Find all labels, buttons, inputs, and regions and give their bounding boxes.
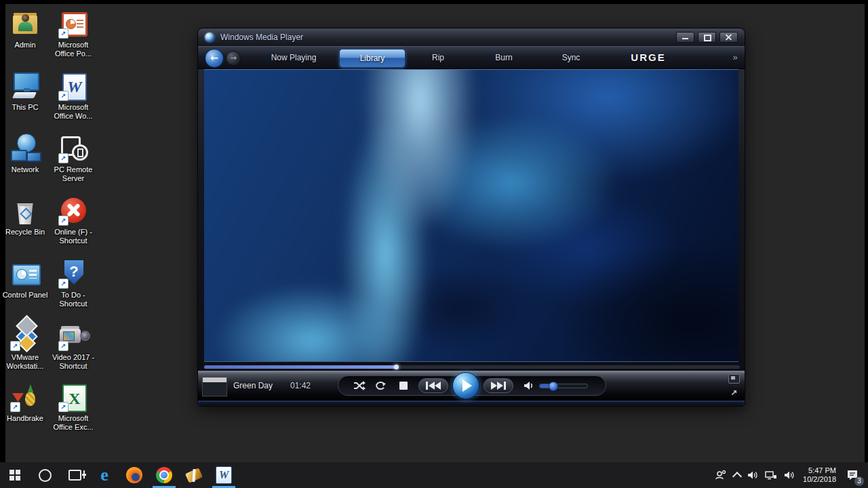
- desktop-icon-label: PC Remote Server: [50, 165, 97, 183]
- speaker-icon: [524, 381, 533, 390]
- shortcut-arrow-badge: [10, 341, 20, 351]
- control-panel-icon: [9, 258, 41, 289]
- desktop-icon-label: Microsoft Office Wo...: [50, 103, 97, 121]
- desktop-icon-admin[interactable]: Admin: [1, 8, 49, 49]
- desktop-icon-powerpoint[interactable]: Microsoft Office Po...: [50, 8, 97, 58]
- desktop-icon-pc-remote-server[interactable]: PC Remote Server: [50, 133, 97, 183]
- volume-mixer-tray-button[interactable]: [781, 462, 798, 488]
- forward-button[interactable]: [226, 51, 241, 66]
- stop-button[interactable]: [399, 382, 408, 390]
- powerpoint-icon: [58, 8, 89, 39]
- taskbar-item-media-app[interactable]: [179, 462, 209, 488]
- screen-edge-top: [0, 0, 868, 4]
- taskbar-item-chrome[interactable]: [149, 462, 179, 488]
- close-button[interactable]: [719, 32, 738, 43]
- previous-icon: [426, 382, 441, 390]
- tab-sync[interactable]: Sync: [549, 46, 593, 69]
- maximize-button[interactable]: [698, 32, 716, 43]
- wmp-logo-icon: [205, 33, 214, 42]
- desktop-icon-network[interactable]: Network: [1, 133, 49, 174]
- camcorder-icon: [58, 321, 89, 352]
- task-view-icon: [68, 470, 81, 481]
- cortana-search-button[interactable]: [30, 462, 60, 488]
- elapsed-time: 01:42: [290, 381, 311, 390]
- pineapple-cocktail-icon: [9, 382, 41, 413]
- next-button[interactable]: [484, 378, 513, 393]
- blue-swirl-visualization: [204, 69, 738, 362]
- desktop-icon-label: To Do - Shortcut: [50, 291, 97, 308]
- desktop-icon-excel[interactable]: Microsoft Office Exc...: [50, 382, 97, 432]
- computer-icon: [9, 70, 41, 102]
- firefox-icon: [126, 467, 142, 483]
- word-icon: [58, 70, 89, 102]
- people-button[interactable]: [711, 462, 730, 488]
- shortcut-arrow-badge: [58, 28, 68, 39]
- volume-icon: [747, 470, 758, 480]
- more-tabs-chevron-icon[interactable]: »: [728, 46, 742, 69]
- mute-button[interactable]: [523, 381, 534, 390]
- network-icon: [765, 470, 777, 480]
- start-button[interactable]: [0, 462, 30, 488]
- shortcut-arrow-badge: [58, 153, 68, 163]
- desktop-icon-label: Handbrake: [1, 414, 49, 423]
- volume-slider[interactable]: [539, 384, 588, 388]
- gold-lens-icon: [185, 468, 203, 483]
- back-button[interactable]: [205, 49, 224, 68]
- shield-question-icon: [58, 258, 89, 289]
- visualization-pane: [204, 69, 738, 362]
- desktop-icon-word[interactable]: Microsoft Office Wo...: [50, 70, 97, 121]
- tab-rip[interactable]: Rip: [416, 46, 460, 69]
- desktop-icon-control-panel[interactable]: Control Panel: [1, 258, 49, 300]
- desktop-icon-recycle-bin[interactable]: Recycle Bin: [1, 195, 49, 237]
- taskbar-item-word[interactable]: [209, 462, 239, 488]
- minimize-button[interactable]: [676, 32, 694, 43]
- edge-icon: e: [100, 466, 108, 484]
- desktop-icon-label: Microsoft Office Exc...: [50, 414, 97, 432]
- shuffle-button[interactable]: [353, 381, 366, 390]
- action-center-button[interactable]: 3: [841, 462, 864, 488]
- window-title: Windows Media Player: [220, 33, 303, 42]
- people-icon: [715, 470, 727, 481]
- shortcut-arrow-badge: [58, 216, 68, 226]
- taskbar-item-firefox[interactable]: [119, 462, 149, 488]
- cortana-circle-icon: [39, 469, 52, 482]
- album-art: [202, 377, 227, 396]
- desktop-icon-video-2017[interactable]: Video 2017 - Shortcut: [50, 321, 97, 371]
- wmp-title-bar[interactable]: Windows Media Player: [198, 28, 745, 46]
- user-folder-icon: [9, 8, 41, 39]
- taskbar-item-edge[interactable]: e: [90, 462, 119, 488]
- excel-icon: [58, 382, 89, 413]
- switch-to-compact-button[interactable]: [729, 388, 738, 398]
- hidden-icons-button[interactable]: [730, 462, 744, 488]
- repeat-icon: [375, 381, 386, 390]
- desktop-icon-label: This PC: [1, 103, 49, 112]
- play-button[interactable]: [452, 372, 479, 399]
- volume-tray-button[interactable]: [744, 462, 762, 488]
- shuffle-icon: [353, 381, 366, 390]
- shortcut-arrow-badge: [58, 402, 68, 412]
- system-tray: 5:47 PM 10/2/2018 3: [711, 462, 868, 488]
- clock[interactable]: 5:47 PM 10/2/2018: [798, 462, 841, 488]
- network-tray-button[interactable]: [762, 462, 781, 488]
- track-artist: Green Day: [233, 381, 273, 390]
- desktop-icon-online-f[interactable]: Online (F) - Shortcut: [50, 195, 97, 245]
- tray-time: 5:47 PM: [808, 466, 836, 474]
- tab-library[interactable]: Library: [339, 49, 406, 68]
- task-view-button[interactable]: [60, 462, 90, 488]
- tab-urge[interactable]: URGE: [617, 46, 679, 69]
- vmware-icon: [9, 321, 41, 352]
- playback-controls-bar: Green Day 01:42: [198, 371, 745, 401]
- desktop-icon-handbrake[interactable]: Handbrake: [1, 382, 49, 423]
- view-fullscreen-button[interactable]: [728, 374, 740, 384]
- window-bottom-strip: [198, 401, 745, 406]
- desktop-icon-vmware[interactable]: VMware Workstati...: [1, 321, 49, 371]
- wmp-window: Windows Media Player Now Playing Library…: [197, 28, 745, 407]
- desktop-icon-to-do[interactable]: To Do - Shortcut: [50, 258, 97, 308]
- desktop-icon-this-pc[interactable]: This PC: [1, 70, 49, 112]
- seek-bar[interactable]: [203, 365, 741, 369]
- repeat-button[interactable]: [375, 381, 386, 390]
- tab-now-playing[interactable]: Now Playing: [256, 46, 331, 69]
- desktop-icon-label: Network: [1, 165, 49, 174]
- tab-burn[interactable]: Burn: [482, 46, 526, 69]
- previous-button[interactable]: [418, 378, 448, 393]
